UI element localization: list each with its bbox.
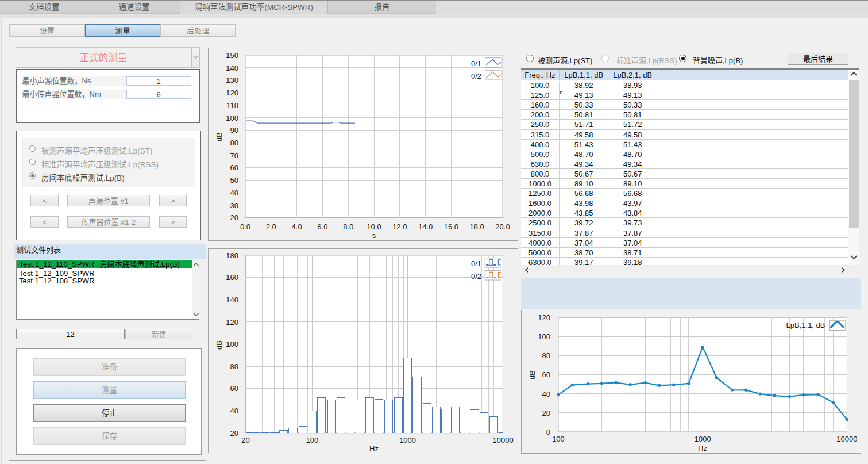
svg-text:2.0: 2.0 [266,223,276,231]
svg-text:20: 20 [241,436,249,444]
svg-text:140: 140 [226,296,238,304]
svg-text:4.0: 4.0 [292,223,302,231]
svg-text:0: 0 [546,428,550,436]
svg-text:160: 160 [226,273,238,282]
svg-text:1000: 1000 [399,436,416,444]
svg-text:130: 130 [226,76,238,85]
svg-text:Hz: Hz [369,444,379,453]
svg-text:0/2: 0/2 [471,272,481,281]
svg-text:80: 80 [542,351,550,360]
svg-text:0.0: 0.0 [240,223,250,231]
svg-text:140: 140 [226,64,238,72]
svg-text:0/1: 0/1 [471,259,481,268]
svg-text:70: 70 [230,151,238,160]
svg-text:s: s [372,231,376,240]
svg-text:8.0: 8.0 [343,223,353,231]
svg-text:1000: 1000 [695,435,711,443]
svg-text:100: 100 [306,436,319,444]
svg-text:Hz: Hz [698,444,707,453]
svg-text:60: 60 [230,163,238,172]
svg-text:dB: dB [215,340,223,350]
svg-text:20: 20 [230,429,238,438]
svg-text:60: 60 [230,384,238,393]
svg-text:100: 100 [226,114,238,122]
svg-text:120: 120 [226,89,238,97]
svg-text:30: 30 [230,201,238,210]
svg-text:16.0: 16.0 [444,223,458,231]
svg-text:dB: dB [215,132,223,141]
svg-text:18.0: 18.0 [470,223,484,231]
svg-text:150: 150 [226,51,238,60]
svg-text:10.0: 10.0 [367,223,381,231]
svg-text:10000: 10000 [493,436,514,444]
svg-text:90: 90 [230,126,238,135]
svg-text:0/2: 0/2 [471,72,481,80]
svg-text:10000: 10000 [836,435,857,443]
svg-text:40: 40 [542,390,550,398]
svg-text:dB: dB [528,370,537,379]
svg-text:80: 80 [230,139,238,147]
svg-text:20: 20 [542,409,550,417]
svg-text:20: 20 [230,213,238,222]
svg-text:20.0: 20.0 [495,223,510,231]
svg-text:50: 50 [230,176,238,185]
svg-text:100: 100 [552,435,565,443]
svg-text:0/1: 0/1 [471,59,481,68]
svg-text:12.0: 12.0 [392,223,407,231]
svg-text:80: 80 [230,362,238,371]
svg-text:LpB,1,1, dB: LpB,1,1, dB [786,321,825,329]
svg-text:100: 100 [538,332,550,341]
svg-text:180: 180 [226,251,238,260]
svg-text:60: 60 [542,370,550,379]
svg-text:40: 40 [230,189,238,197]
svg-text:100: 100 [226,340,238,348]
svg-text:14.0: 14.0 [418,223,433,231]
svg-text:40: 40 [230,407,238,415]
svg-text:120: 120 [226,318,238,327]
svg-text:120: 120 [538,313,550,322]
svg-text:6.0: 6.0 [317,223,327,231]
svg-text:110: 110 [226,101,238,110]
